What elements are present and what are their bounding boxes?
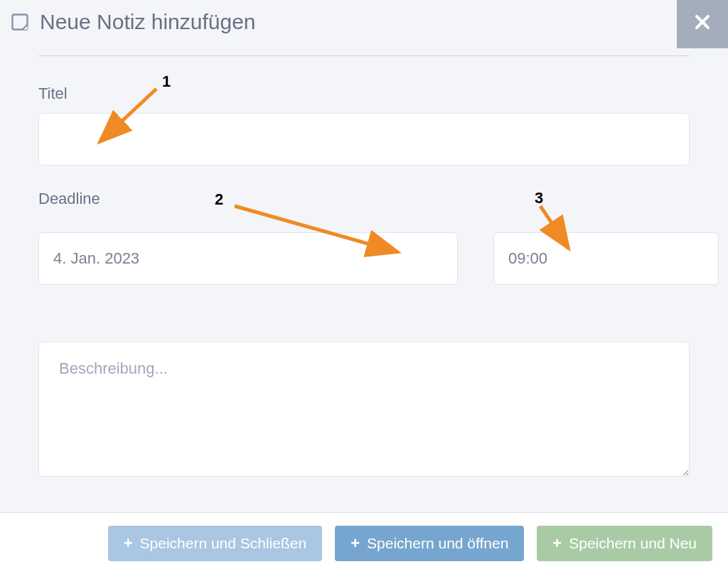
plus-icon: + <box>552 534 562 553</box>
annotation-number-1: 1 <box>162 72 171 91</box>
title-label: Titel <box>38 85 690 103</box>
modal-header: Neue Notiz hinzufügen <box>0 0 728 34</box>
plus-icon: + <box>350 534 360 553</box>
note-icon <box>10 12 30 32</box>
button-label: Speichern und öffnen <box>367 535 508 552</box>
title-input[interactable] <box>38 113 690 166</box>
close-button[interactable] <box>677 0 728 48</box>
divider <box>38 55 690 56</box>
button-label: Speichern und Neu <box>569 535 697 552</box>
close-icon <box>694 13 711 36</box>
deadline-date-input[interactable] <box>38 232 458 285</box>
save-new-button[interactable]: + Speichern und Neu <box>537 526 712 561</box>
plus-icon: + <box>124 534 133 553</box>
save-open-button[interactable]: + Speichern und öffnen <box>335 526 524 561</box>
button-label: Speichern und Schließen <box>140 535 307 552</box>
annotation-number-2: 2 <box>215 190 223 209</box>
deadline-label: Deadline <box>38 190 690 208</box>
deadline-row <box>38 232 690 285</box>
modal-title: Neue Notiz hinzufügen <box>40 10 256 34</box>
save-close-button[interactable]: + Speichern und Schließen <box>108 526 323 561</box>
deadline-time-input[interactable] <box>493 232 719 285</box>
modal-body: Titel Deadline <box>0 55 728 480</box>
footer-bar: + Speichern und Schließen + Speichern un… <box>0 512 728 574</box>
description-textarea[interactable] <box>38 342 690 477</box>
annotation-number-3: 3 <box>535 189 543 207</box>
add-note-modal: Neue Notiz hinzufügen Titel Deadline + S… <box>0 0 728 574</box>
